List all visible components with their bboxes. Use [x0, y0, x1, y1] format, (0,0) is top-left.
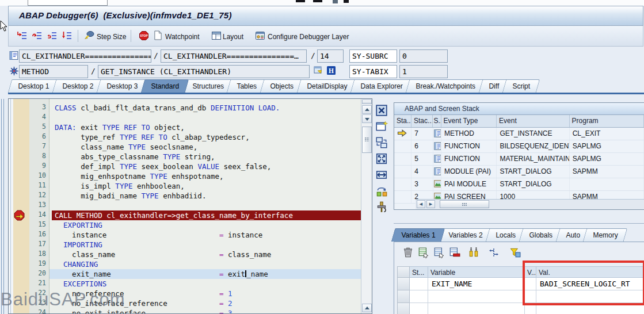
scrollbar-thumb[interactable]: [362, 127, 372, 153]
code-line[interactable]: [49, 113, 361, 122]
sy-tabix-field[interactable]: SY-TABIX: [349, 65, 397, 78]
sy-subrc-field[interactable]: SY-SUBRC: [349, 49, 397, 63]
stack-col-event-type[interactable]: Event Type: [441, 115, 497, 127]
tab-memory[interactable]: Memory: [583, 228, 628, 242]
continue-icon[interactable]: [62, 30, 72, 41]
variables-col-variable[interactable]: Variable: [428, 266, 525, 278]
table-copy-icon[interactable]: [418, 247, 429, 258]
stop-icon[interactable]: STOP: [139, 30, 149, 41]
table-remove-icon[interactable]: [449, 247, 460, 258]
maximize-icon[interactable]: [375, 152, 388, 165]
stack-row[interactable]: 5FUNCTIONMATERIAL_MAINTAIN_DIAL…SAPLMG: [394, 153, 644, 166]
code-line[interactable]: CLASS cl_badi_flt_data_trans_and_db DEFI…: [49, 103, 361, 113]
command-field-partial[interactable]: [28, 0, 108, 6]
services-tool-icon[interactable]: [375, 201, 388, 213]
step-size-label[interactable]: Step Size: [97, 33, 126, 41]
code-line[interactable]: type_ref TYPE REF TO cl_abap_typedescr,: [49, 132, 361, 142]
step-into-icon[interactable]: [17, 30, 27, 41]
tab-variables-2[interactable]: Variables 2: [439, 228, 493, 242]
layout-icon[interactable]: [211, 30, 222, 41]
stack-col-program[interactable]: Program: [570, 115, 644, 127]
stack-col-s[interactable]: S..: [433, 115, 441, 127]
watchpoint-icon[interactable]: [154, 30, 162, 41]
editor-scrollbar[interactable]: [361, 99, 372, 313]
code-line[interactable]: exit_name = exit_name: [49, 269, 361, 279]
swap-panels-icon[interactable]: [375, 185, 388, 197]
scroll-right-button[interactable]: ▶: [426, 200, 435, 208]
stack-row[interactable]: 7METHODGET_INSTANCECL_EXIT: [394, 128, 644, 140]
include-field[interactable]: CL_EXITHANDLER===============…: [161, 49, 307, 63]
layout-label[interactable]: Layout: [223, 33, 243, 41]
variables-col-st[interactable]: St...: [410, 266, 428, 278]
step-size-icon[interactable]: [83, 30, 95, 41]
tab-variables-1[interactable]: Variables 1: [391, 228, 445, 242]
code-line[interactable]: CHANGING: [49, 259, 361, 269]
tab-standard[interactable]: Standard: [141, 79, 189, 93]
scrollbar-thumb[interactable]: [440, 200, 489, 208]
row-select-cell[interactable]: [397, 278, 410, 290]
scroll-up-button-bottom[interactable]: [362, 304, 372, 312]
stack-row[interactable]: 6FUNCTIONBILDSEQUENZ_IDENTIFYSAPLMG: [394, 140, 644, 153]
code-line[interactable]: EXCEPTIONS: [49, 279, 361, 289]
splitter-line[interactable]: [1, 99, 2, 314]
scroll-down-button[interactable]: [362, 114, 372, 123]
configure-debugger-layer-label[interactable]: Configure Debugger Layer: [268, 33, 349, 41]
stack-col-status[interactable]: Sta...: [394, 115, 411, 127]
code-line[interactable]: is_impl TYPE enhboolean,: [49, 181, 361, 191]
code-line[interactable]: mig_badi_name TYPE enhbadiid.: [49, 191, 361, 201]
stack-row[interactable]: 4MODULE (PAI)START_DIALOGSAPMM: [394, 166, 644, 178]
line-number-field[interactable]: 14: [317, 49, 344, 63]
code-line[interactable]: EXPORTING: [49, 220, 361, 230]
event-field[interactable]: GET_INSTANCE (CL_EXITHANDLER): [98, 65, 310, 78]
delete-icon[interactable]: [402, 247, 414, 258]
table-paste-icon[interactable]: [433, 247, 445, 258]
stack-col-stack[interactable]: Stac...: [411, 115, 433, 127]
tab-data-explorer[interactable]: Data Explorer: [350, 79, 413, 93]
configure-debugger-layer-icon[interactable]: [255, 30, 265, 41]
event-type-field[interactable]: METHOD: [19, 65, 88, 78]
code-area[interactable]: CLASS cl_badi_flt_data_trans_and_db DEFI…: [49, 99, 361, 313]
step-over-icon[interactable]: [32, 30, 42, 41]
splitter-line[interactable]: [3, 99, 4, 314]
code-line[interactable]: class_name TYPE seoclsname,: [49, 142, 361, 152]
row-select-cell[interactable]: [397, 290, 410, 303]
breakpoint-margin[interactable]: [13, 99, 30, 313]
swap-windows-icon[interactable]: [375, 136, 388, 149]
variables-col-select[interactable]: [397, 266, 410, 278]
code-line[interactable]: IMPORTING: [49, 240, 361, 250]
stack-col-event[interactable]: Event: [497, 115, 569, 127]
code-line[interactable]: DATA: exit TYPE REF TO object,: [49, 122, 361, 132]
stack-horizontal-scrollbar[interactable]: ◀ ▶: [416, 199, 644, 209]
tab-desktop-3[interactable]: Desktop 3: [97, 79, 148, 93]
scroll-up-button[interactable]: [362, 105, 372, 114]
breakpoint-stop-icon[interactable]: [14, 210, 25, 221]
code-line[interactable]: abs_type_classname TYPE string,: [49, 152, 361, 162]
filter-icon[interactable]: [509, 247, 521, 258]
tab-break-watchpoints[interactable]: Break./Watchpoints: [406, 79, 485, 93]
new-window-icon[interactable]: [375, 120, 388, 133]
info-h-icon[interactable]: H: [326, 66, 336, 75]
column-select-icon[interactable]: [468, 247, 479, 258]
tab-script[interactable]: Script: [502, 79, 539, 93]
tab-desktop-2[interactable]: Desktop 2: [52, 79, 104, 93]
code-line[interactable]: mig_enhspotname TYPE enhspotname,: [49, 171, 361, 181]
code-line[interactable]: class_name = class_name: [49, 250, 361, 259]
distribute-icon[interactable]: [488, 247, 500, 258]
code-line[interactable]: CALL METHOD cl_exithandler=>get_class_na…: [52, 210, 361, 220]
watchpoint-label[interactable]: Watchpoint: [165, 33, 200, 41]
row-select-cell[interactable]: [397, 303, 410, 314]
tab-desktop-1[interactable]: Desktop 1: [8, 79, 59, 93]
code-line[interactable]: instance = instance: [49, 230, 361, 240]
main-program-field[interactable]: CL_EXITHANDLER===============…: [19, 49, 151, 63]
scroll-left-button[interactable]: ◀: [417, 200, 425, 208]
goto-statement-icon[interactable]: [314, 66, 323, 75]
tab-detaildisplay[interactable]: DetailDisplay: [297, 79, 357, 93]
step-return-icon[interactable]: [47, 30, 57, 41]
stack-row[interactable]: 3PAI MODULESTART_DIALOG: [394, 178, 644, 191]
code-line[interactable]: [49, 201, 361, 210]
tab-structures[interactable]: Structures: [182, 79, 233, 93]
scrollbar-splitter[interactable]: [362, 99, 372, 104]
fit-width-icon[interactable]: [375, 169, 388, 181]
close-icon[interactable]: [375, 104, 388, 117]
code-line[interactable]: def_impl TYPE seex_boolean VALUE seex_fa…: [49, 162, 361, 171]
